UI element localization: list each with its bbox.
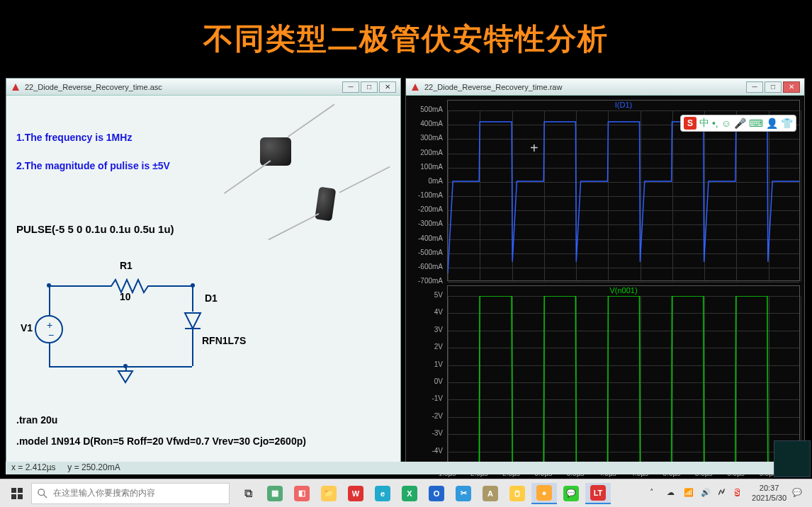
schematic-title: 22_Diode_Reverse_Recovery_time.asc bbox=[25, 83, 342, 91]
ime-skin-icon[interactable]: 👕 bbox=[781, 118, 793, 129]
pulse-directive: PULSE(-5 5 0 0.1u 0.1u 0.5u 1u) bbox=[16, 223, 174, 235]
circuit-schematic: R1 10 +− V1 D1 RFN1L7S bbox=[21, 244, 254, 407]
tray-battery-icon[interactable]: 🗲 bbox=[718, 488, 729, 499]
plot-voltage[interactable]: V(n001) bbox=[447, 285, 800, 468]
svg-marker-4 bbox=[118, 371, 132, 382]
ime-user-icon[interactable]: 👤 bbox=[766, 118, 778, 129]
task-view-icon[interactable]: ⧉ bbox=[235, 483, 261, 504]
tran-directive: .tran 20u bbox=[16, 414, 57, 426]
svg-marker-0 bbox=[12, 84, 19, 91]
note-magnitude: 2.The magnitude of pulise is ±5V bbox=[16, 159, 170, 173]
ltspice-task-icon[interactable]: LT bbox=[585, 483, 611, 504]
search-icon bbox=[38, 489, 47, 499]
system-tray[interactable]: ˄ ☁ 📶 🔊 🗲 S 20:37 2021/5/30 💬 bbox=[644, 484, 809, 502]
ime-badge[interactable]: S bbox=[684, 117, 697, 130]
notes-icon[interactable]: 🗒 bbox=[504, 483, 530, 504]
taskbar-clock[interactable]: 20:37 2021/5/30 bbox=[752, 484, 786, 502]
maximize-button[interactable]: □ bbox=[765, 81, 782, 93]
svg-point-6 bbox=[38, 489, 45, 495]
edge-icon[interactable]: e bbox=[370, 483, 395, 504]
waveform-window: 22_Diode_Reverse_Recovery_time.raw ─ □ ✕… bbox=[405, 78, 805, 474]
svg-line-7 bbox=[44, 494, 47, 497]
tray-cloud-icon[interactable]: ☁ bbox=[667, 488, 678, 499]
d1-label: D1 bbox=[205, 292, 218, 304]
v1-label: V1 bbox=[21, 322, 33, 334]
tray-volume-icon[interactable]: 🔊 bbox=[701, 488, 712, 499]
wechat-icon[interactable]: 💬 bbox=[558, 483, 584, 504]
schematic-canvas[interactable]: 1.The frequency is 1MHz 2.The magnitude … bbox=[6, 96, 400, 474]
trace-voltage bbox=[448, 296, 799, 467]
presenter-avatar bbox=[774, 440, 811, 477]
tray-chevron-icon[interactable]: ˄ bbox=[650, 488, 661, 499]
model-directive: .model 1N914 D(Ron=5 Roff=20 Vfwd=0.7 Vr… bbox=[16, 435, 306, 447]
notification-icon[interactable]: 💬 bbox=[792, 488, 803, 499]
voltage-source-v1: +− bbox=[35, 315, 63, 343]
desktop-area: 22_Diode_Reverse_Recovery_time.asc ─ □ ✕… bbox=[0, 78, 812, 479]
schematic-window: 22_Diode_Reverse_Recovery_time.asc ─ □ ✕… bbox=[6, 78, 401, 474]
r1-value: 10 bbox=[120, 291, 131, 302]
ltspice-icon bbox=[410, 82, 420, 92]
minimize-button[interactable]: ─ bbox=[342, 81, 359, 93]
ime-emoji-icon[interactable]: ☺ bbox=[721, 118, 731, 129]
y-axis-top: 500mA400mA300mA200mA100mA0mA-100mA-200mA… bbox=[406, 100, 446, 281]
y-axis-bottom: 5V4V3V2V1V0V-1V-2V-3V-4V-5V bbox=[406, 285, 446, 468]
waveform-title: 22_Diode_Reverse_Recovery_time.raw bbox=[424, 83, 746, 91]
cursor-y: y = 250.20mA bbox=[67, 462, 120, 472]
ltspice-icon bbox=[11, 82, 21, 92]
tray-ime-icon[interactable]: S bbox=[735, 488, 746, 499]
folder-icon[interactable]: 📁 bbox=[316, 483, 342, 504]
close-button[interactable]: ✕ bbox=[379, 81, 396, 93]
svg-marker-1 bbox=[185, 313, 201, 329]
ime-punct-icon[interactable]: •, bbox=[712, 118, 718, 129]
trace-current bbox=[448, 110, 799, 280]
minimize-button[interactable]: ─ bbox=[746, 81, 763, 93]
browser-icon[interactable]: ● bbox=[531, 483, 557, 504]
app-icon[interactable]: ◧ bbox=[289, 483, 315, 504]
calculator-icon[interactable]: ▦ bbox=[262, 483, 288, 504]
close-button[interactable]: ✕ bbox=[783, 81, 800, 93]
diode-photo-2 bbox=[269, 146, 382, 265]
taskbar-search[interactable]: 在这里输入你要搜索的内容 bbox=[31, 483, 230, 504]
d1-model: RFN1L7S bbox=[202, 335, 246, 346]
maximize-button[interactable]: □ bbox=[361, 81, 378, 93]
excel-icon[interactable]: X bbox=[397, 483, 422, 504]
svg-marker-5 bbox=[412, 84, 419, 91]
altium-icon[interactable]: A bbox=[478, 483, 503, 504]
video-title-banner: 不同类型二极管伏安特性分析 bbox=[0, 0, 812, 78]
cursor-x: x = 2.412µs bbox=[11, 462, 56, 472]
clock-date: 2021/5/30 bbox=[752, 494, 786, 503]
waveform-titlebar[interactable]: 22_Diode_Reverse_Recovery_time.raw ─ □ ✕ bbox=[406, 79, 804, 96]
wps-icon[interactable]: W bbox=[343, 483, 368, 504]
clock-time: 20:37 bbox=[752, 484, 786, 493]
ime-lang[interactable]: 中 bbox=[699, 117, 709, 130]
tray-wifi-icon[interactable]: 📶 bbox=[684, 488, 695, 499]
note-frequency: 1.The frequency is 1MHz bbox=[16, 131, 132, 145]
trace-name-bot: V(n001) bbox=[448, 286, 799, 295]
diode-d1 bbox=[184, 312, 202, 338]
taskbar-apps: ⧉ ▦ ◧ 📁 W e X O ✂ A 🗒 ● 💬 LT bbox=[235, 483, 644, 504]
taskbar[interactable]: 在这里输入你要搜索的内容 ⧉ ▦ ◧ 📁 W e X O ✂ A 🗒 ● 💬 L… bbox=[0, 479, 812, 507]
ime-keyboard-icon[interactable]: ⌨ bbox=[749, 118, 763, 129]
ime-mic-icon[interactable]: 🎤 bbox=[734, 118, 746, 129]
schematic-titlebar[interactable]: 22_Diode_Reverse_Recovery_time.asc ─ □ ✕ bbox=[6, 79, 400, 96]
search-placeholder: 在这里输入你要搜索的内容 bbox=[53, 487, 155, 499]
plot-area[interactable]: 500mA400mA300mA200mA100mA0mA-100mA-200mA… bbox=[406, 96, 804, 474]
start-button[interactable] bbox=[3, 479, 31, 508]
snip-icon[interactable]: ✂ bbox=[451, 483, 476, 504]
r1-label: R1 bbox=[120, 260, 132, 271]
ime-toolbar[interactable]: S 中 •, ☺ 🎤 ⌨ 👤 👕 bbox=[680, 115, 796, 132]
video-title: 不同类型二极管伏安特性分析 bbox=[203, 19, 609, 59]
status-bar: x = 2.412µs y = 250.20mA bbox=[6, 462, 806, 474]
outlook-icon[interactable]: O bbox=[424, 483, 449, 504]
ground-symbol bbox=[115, 368, 135, 385]
trace-name-top: I(D1) bbox=[448, 101, 799, 109]
